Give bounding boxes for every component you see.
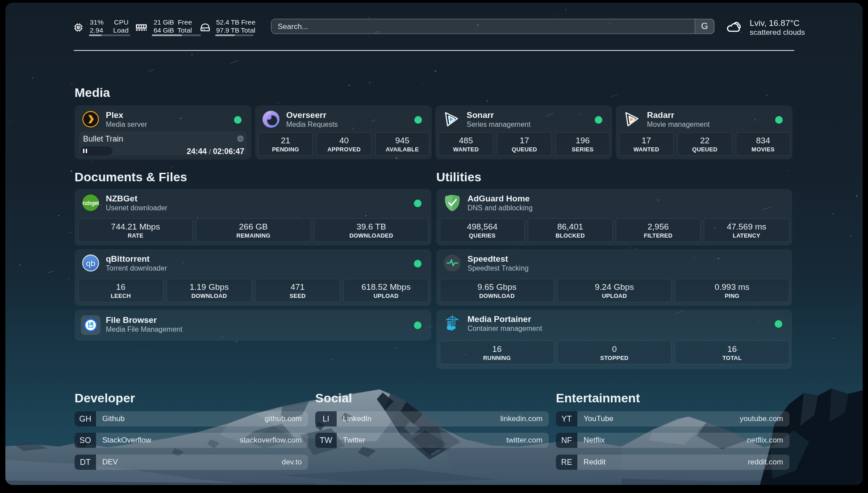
svg-text:qb: qb: [86, 259, 95, 268]
svg-text:nzbget: nzbget: [83, 200, 100, 206]
